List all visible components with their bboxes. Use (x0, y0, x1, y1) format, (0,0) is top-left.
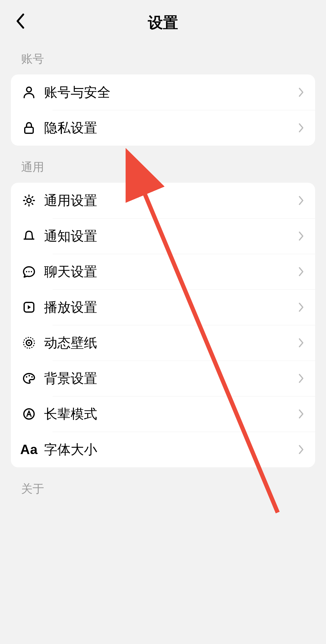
svg-point-3 (26, 271, 27, 272)
svg-point-0 (27, 87, 31, 92)
chevron-right-icon (298, 195, 304, 206)
chevron-right-icon (298, 267, 304, 277)
target-icon (22, 336, 36, 350)
chevron-right-icon (298, 444, 304, 455)
list-item-privacy-settings[interactable]: 隐私设置 (11, 110, 315, 146)
list-item-live-wallpaper[interactable]: 动态壁纸 (11, 325, 315, 361)
chevron-left-icon (15, 13, 25, 29)
list-item-elder-mode[interactable]: 长辈模式 (11, 396, 315, 432)
chevron-right-icon (298, 123, 304, 133)
list-item-notification-settings[interactable]: 通知设置 (11, 218, 315, 254)
list-item-chat-settings[interactable]: 聊天设置 (11, 254, 315, 289)
chevron-right-icon (298, 373, 304, 384)
chevron-right-icon (298, 231, 304, 241)
person-icon (22, 85, 36, 99)
svg-point-4 (28, 271, 30, 272)
item-label: 通知设置 (44, 227, 298, 245)
svg-point-9 (28, 342, 30, 344)
section-header-general: 通用 (0, 146, 326, 183)
svg-point-5 (31, 271, 32, 272)
chevron-right-icon (298, 302, 304, 312)
card-general: 通用设置 通知设置 聊天设置 (11, 183, 315, 467)
circle-a-icon (22, 407, 36, 421)
palette-icon (22, 371, 36, 386)
svg-point-13 (24, 409, 34, 419)
header: 设置 (0, 0, 326, 42)
svg-point-10 (26, 376, 27, 378)
svg-rect-1 (25, 127, 33, 133)
chevron-right-icon (298, 409, 304, 419)
section-header-account: 账号 (0, 42, 326, 74)
item-label: 账号与安全 (44, 84, 298, 101)
item-label: 隐私设置 (44, 119, 298, 137)
lock-icon (22, 121, 36, 135)
item-label: 聊天设置 (44, 263, 298, 281)
list-item-playback-settings[interactable]: 播放设置 (11, 289, 315, 325)
list-item-background-settings[interactable]: 背景设置 (11, 361, 315, 396)
chevron-right-icon (298, 338, 304, 348)
chat-icon (22, 264, 36, 279)
list-item-account-security[interactable]: 账号与安全 (11, 74, 315, 110)
svg-point-11 (29, 375, 30, 377)
play-icon (22, 300, 36, 314)
item-label: 动态壁纸 (44, 334, 298, 352)
bell-icon (22, 229, 36, 243)
item-label: 长辈模式 (44, 405, 298, 423)
item-label: 通用设置 (44, 192, 298, 210)
back-button[interactable] (11, 12, 29, 30)
section-header-about: 关于 (0, 467, 326, 497)
list-item-general-settings[interactable]: 通用设置 (11, 183, 315, 218)
item-label: 播放设置 (44, 298, 298, 316)
card-account: 账号与安全 隐私设置 (11, 74, 315, 146)
page-title: 设置 (148, 13, 178, 33)
gear-icon (22, 193, 36, 208)
chevron-right-icon (298, 87, 304, 97)
svg-point-12 (31, 376, 33, 378)
aa-icon: Aa (22, 442, 36, 457)
item-label: 背景设置 (44, 370, 298, 387)
item-label: 字体大小 (44, 441, 298, 459)
svg-point-2 (27, 198, 31, 203)
list-item-font-size[interactable]: Aa 字体大小 (11, 432, 315, 467)
